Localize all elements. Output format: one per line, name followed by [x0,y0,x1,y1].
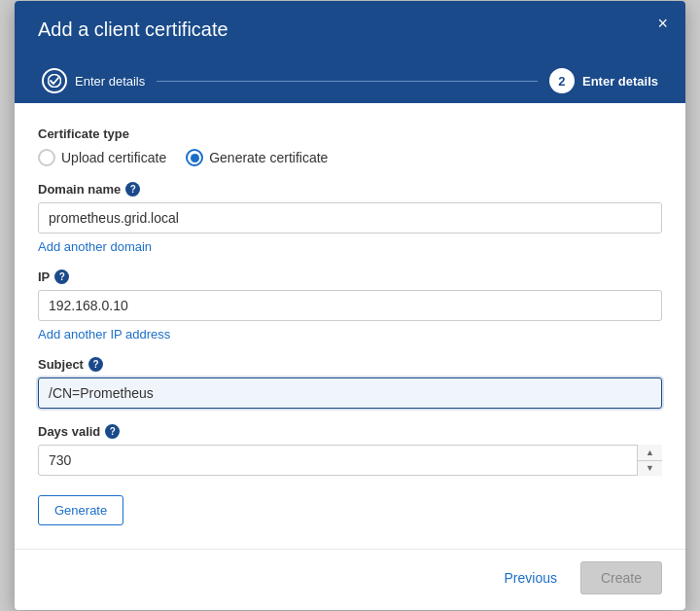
subject-help-icon[interactable]: ? [88,357,103,372]
ip-input[interactable] [38,290,662,321]
days-valid-label: Days valid ? [38,424,662,439]
upload-cert-option[interactable]: Upload certificate [38,149,166,166]
step-1-label: Enter details [75,74,145,89]
add-domain-link[interactable]: Add another domain [38,239,152,254]
create-button[interactable]: Create [580,561,662,594]
cert-type-group: Certificate type Upload certificate Gene… [38,126,662,166]
subject-label: Subject ? [38,357,662,372]
domain-name-group: Domain name ? Add another domain [38,182,662,254]
days-increment-button[interactable]: ▲ [638,445,662,461]
previous-button[interactable]: Previous [493,562,569,593]
modal-title: Add a client certificate [38,18,662,41]
generate-cert-label: Generate certificate [209,150,328,165]
domain-name-help-icon[interactable]: ? [125,182,140,197]
step-line [157,81,538,82]
modal-footer: Previous Create [15,549,685,610]
generate-button[interactable]: Generate [38,495,123,525]
upload-cert-label: Upload certificate [61,150,166,165]
upload-cert-radio[interactable] [38,149,55,166]
generate-cert-option[interactable]: Generate certificate [186,149,328,166]
days-decrement-button[interactable]: ▼ [638,461,662,477]
days-valid-input[interactable] [38,445,662,476]
subject-group: Subject ? [38,357,662,409]
step-1-circle [42,68,67,93]
generate-cert-radio[interactable] [186,149,203,166]
cert-type-options: Upload certificate Generate certificate [38,149,662,166]
ip-label: IP ? [38,270,662,284]
modal: Add a client certificate × Enter details… [15,1,685,610]
domain-name-label: Domain name ? [38,182,662,197]
steps-bar: Enter details 2 Enter details [38,58,662,103]
modal-header: Add a client certificate × Enter details… [15,1,685,103]
close-button[interactable]: × [657,15,668,32]
subject-input[interactable] [38,377,662,409]
add-ip-link[interactable]: Add another IP address [38,327,170,341]
modal-body: Certificate type Upload certificate Gene… [15,103,685,541]
generate-button-wrapper: Generate [38,491,662,525]
generate-cert-radio-fill [191,154,199,162]
step-1: Enter details [42,58,145,103]
days-valid-wrapper: ▲ ▼ [38,445,662,476]
days-valid-help-icon[interactable]: ? [105,424,120,439]
step-2-label: Enter details [582,74,658,89]
cert-type-label: Certificate type [38,126,662,141]
step-2: 2 Enter details [549,58,658,103]
ip-help-icon[interactable]: ? [54,270,69,284]
ip-group: IP ? Add another IP address [38,270,662,341]
days-valid-spinners: ▲ ▼ [637,445,662,476]
step-2-circle: 2 [549,68,575,93]
domain-name-input[interactable] [38,202,662,234]
days-valid-group: Days valid ? ▲ ▼ [38,424,662,476]
